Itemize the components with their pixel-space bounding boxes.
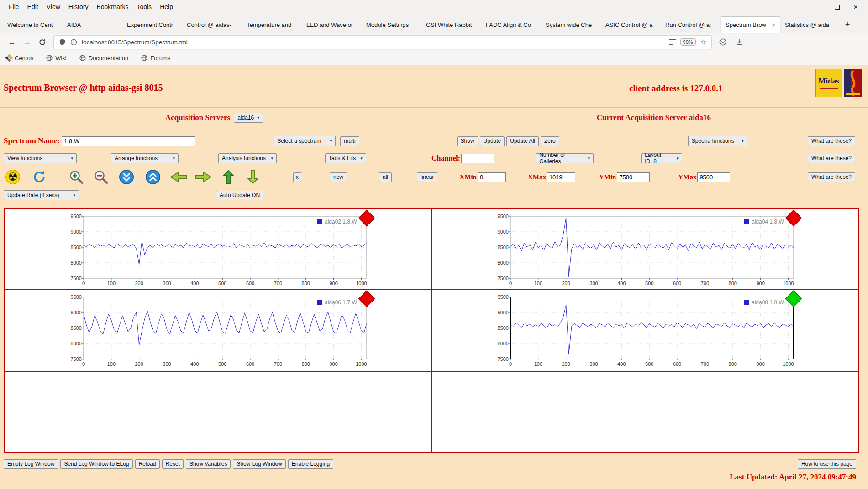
ymin-input[interactable] (617, 172, 650, 182)
radiation-icon[interactable]: ☢ (5, 170, 20, 184)
tab-welcome[interactable]: Welcome to Cent (3, 16, 63, 33)
reader-mode-icon[interactable] (669, 39, 676, 45)
zoom-out-icon[interactable] (93, 169, 109, 185)
tags-fits-dropdown[interactable]: Tags & Fits ▾ (325, 153, 366, 163)
what-are-these-button[interactable]: What are these? (808, 154, 855, 163)
show-variables-button[interactable]: Show Variables (186, 459, 231, 469)
analysis-functions-dropdown[interactable]: Analysis functions ▾ (218, 153, 277, 163)
menu-file[interactable]: File (5, 2, 23, 11)
show-log-window-button[interactable]: Show Log Window (233, 459, 285, 469)
chart-canvas[interactable]: aida08 1.8.W7500800085009000950001002003… (494, 295, 795, 370)
bookmark-forums[interactable]: Forums (141, 55, 170, 62)
channel-input[interactable] (461, 154, 494, 163)
spectrum-name-input[interactable] (62, 136, 195, 146)
linear-button[interactable]: linear (417, 172, 437, 182)
tab-white-rabbit[interactable]: GSI White Rabbit (421, 16, 481, 33)
zero-button[interactable]: Zero (541, 136, 559, 146)
arrange-functions-dropdown[interactable]: Arrange functions ▾ (111, 153, 179, 163)
zoom-in-icon[interactable] (68, 169, 84, 185)
spectra-functions-dropdown[interactable]: Spectra functions ▾ (688, 136, 747, 146)
chart-canvas[interactable]: aida06 1.7.W7500800085009000950001002003… (67, 295, 368, 370)
enable-logging-button[interactable]: Enable Logging (288, 459, 333, 469)
tab-control[interactable]: Control @ aidas- (182, 16, 242, 33)
new-tab-button[interactable]: + (840, 16, 855, 33)
all-button[interactable]: all (379, 172, 392, 182)
svg-text:9000: 9000 (498, 310, 509, 315)
spectrum-chart-aida06[interactable]: aida06 1.7.W7500800085009000950001002003… (67, 295, 368, 370)
save-to-pocket-icon[interactable] (719, 38, 726, 46)
spectrum-chart-aida04[interactable]: aida04 1.8.W7500800085009000950001002003… (494, 214, 795, 289)
new-button[interactable]: new (330, 172, 347, 182)
xmax-input[interactable] (547, 172, 575, 182)
tab-system-checks[interactable]: System wide Che (541, 16, 601, 33)
reload-button[interactable]: Reload (135, 459, 160, 469)
chart-canvas[interactable]: aida02 1.8.W7500800085009000950001002003… (67, 214, 368, 289)
what-are-these-button[interactable]: What are these? (808, 172, 855, 182)
show-button[interactable]: Show (457, 136, 478, 146)
menu-help[interactable]: Help (156, 2, 177, 11)
tab-asic-control[interactable]: ASIC Control @ a (601, 16, 661, 33)
acquisition-server-dropdown[interactable]: aida16 ▾ (234, 113, 263, 123)
close-button[interactable]: × (853, 3, 858, 11)
tab-spectrum-browser-active[interactable]: Spectrum Brow × (721, 16, 780, 33)
empty-log-window-button[interactable]: Empty Log Window (4, 459, 58, 469)
move-down-icon[interactable] (247, 170, 259, 184)
page-title: Spectrum Browser @ http aidas-gsi 8015 (4, 83, 163, 93)
tab-run-control[interactable]: Run Control @ ai (661, 16, 721, 33)
move-up-icon[interactable] (222, 170, 235, 184)
tab-led-waveform[interactable]: LED and Wavefor (302, 16, 362, 33)
tracking-shield-icon[interactable] (59, 38, 66, 46)
what-are-these-button[interactable]: What are these? (808, 136, 855, 146)
bookmark-centos[interactable]: Centos (6, 55, 33, 62)
zoom-level-badge[interactable]: 90% (680, 38, 696, 46)
spectrum-chart-aida02[interactable]: aida02 1.8.W7500800085009000950001002003… (67, 214, 368, 289)
menu-tools[interactable]: Tools (132, 2, 156, 11)
refresh-icon[interactable] (32, 170, 47, 184)
tab-close-icon[interactable]: × (772, 21, 775, 28)
move-left-icon[interactable] (170, 171, 187, 183)
number-of-galleries-dropdown[interactable]: Number of Galleries ▾ (536, 153, 594, 163)
tab-aida[interactable]: AIDA (63, 16, 122, 33)
minimize-button[interactable]: – (817, 4, 821, 10)
menu-bookmarks[interactable]: Bookmarks (92, 2, 132, 11)
expand-y-icon[interactable] (145, 169, 161, 185)
midas-logo: Midas (815, 69, 842, 97)
maximize-button[interactable] (835, 5, 840, 10)
auto-update-button[interactable]: Auto Update ON (216, 191, 263, 200)
menu-view[interactable]: View (42, 2, 64, 11)
x-button[interactable]: x (293, 172, 301, 182)
reload-icon[interactable] (38, 38, 46, 46)
how-to-use-button[interactable]: How to use this page (798, 459, 856, 469)
layout-id-dropdown[interactable]: Layout ID=8 ▾ (641, 153, 682, 163)
send-log-to-elog-button[interactable]: Send Log Window to ELog (60, 459, 132, 469)
ymax-input[interactable] (697, 172, 730, 182)
downloads-icon[interactable] (736, 38, 743, 46)
move-right-icon[interactable] (195, 171, 212, 183)
view-functions-dropdown[interactable]: View functions ▾ (4, 153, 77, 163)
compress-y-icon[interactable] (119, 169, 134, 185)
multi-button[interactable]: multi (340, 136, 359, 146)
back-icon[interactable]: ← (8, 38, 16, 46)
menu-history[interactable]: History (64, 2, 93, 11)
reset-button[interactable]: Reset (162, 459, 184, 469)
menu-edit[interactable]: Edit (23, 2, 42, 11)
update-rate-dropdown[interactable]: Update Rate (8 secs) ▾ (4, 190, 79, 200)
address-bar[interactable]: localhost:8015/Spectrum/Spectrum.tml 90%… (53, 35, 712, 49)
bookmark-wiki[interactable]: Wiki (46, 55, 67, 62)
spectrum-chart-aida08[interactable]: aida08 1.8.W7500800085009000950001002003… (494, 295, 795, 370)
tab-statistics[interactable]: Statistics @ aida (780, 16, 840, 33)
forward-icon[interactable]: → (23, 38, 31, 46)
update-all-button[interactable]: Update All (506, 136, 539, 146)
bookmark-star-icon[interactable]: ☆ (700, 38, 706, 46)
tab-experiment-control[interactable]: Experiment Contr (122, 16, 182, 33)
site-info-icon[interactable] (70, 39, 77, 46)
tab-fadc-align[interactable]: FADC Align & Co (481, 16, 541, 33)
select-spectrum-dropdown[interactable]: Select a spectrum ▾ (274, 136, 336, 146)
tab-temperature[interactable]: Temperature and (242, 16, 302, 33)
tab-module-settings[interactable]: Module Settings (362, 16, 421, 33)
spectrum-browser-page: Spectrum Browser @ http aidas-gsi 8015 c… (0, 65, 868, 489)
xmin-input[interactable] (478, 172, 506, 182)
bookmark-documentation[interactable]: Documentation (79, 55, 128, 62)
chart-canvas[interactable]: aida04 1.8.W7500800085009000950001002003… (494, 214, 795, 289)
update-button[interactable]: Update (480, 136, 505, 146)
